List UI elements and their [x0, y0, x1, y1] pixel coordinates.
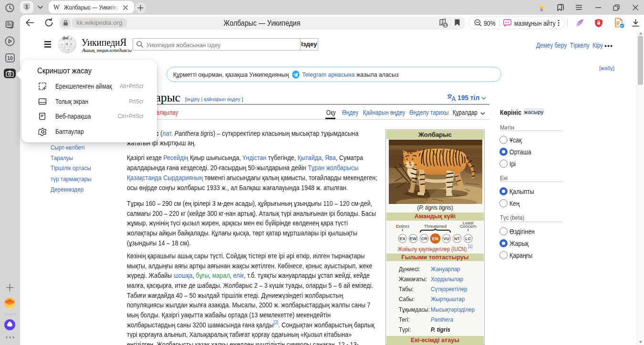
svg-text:10: 10 [7, 55, 13, 61]
svg-text:VU: VU [443, 236, 449, 241]
svg-text:ω: ω [61, 42, 63, 46]
svg-text:EN: EN [432, 236, 438, 241]
svg-text:EW: EW [410, 236, 417, 241]
svg-text:Threatened: Threatened [424, 224, 447, 229]
svg-text:EX: EX [400, 236, 406, 241]
svg-text:维: 维 [65, 42, 69, 46]
svg-text:LC: LC [465, 236, 471, 241]
svg-text:И: И [70, 38, 72, 41]
svg-text:1: 1 [444, 23, 447, 28]
svg-text:Extinct: Extinct [396, 224, 409, 229]
svg-text:CR: CR [421, 236, 428, 241]
svg-text:Concern: Concern [460, 224, 477, 229]
svg-text:W: W [66, 37, 69, 41]
svg-text:ව: ව [63, 48, 65, 51]
svg-text:א: א [68, 48, 70, 51]
svg-text:NT: NT [454, 236, 460, 241]
svg-text:Ω: Ω [62, 38, 64, 41]
